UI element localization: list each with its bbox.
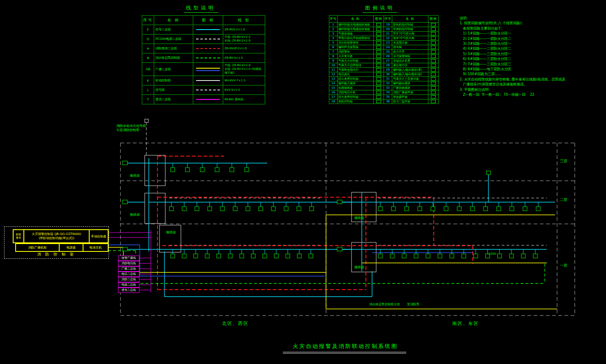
symbol-legend-table: 序号 名 称 图例 序号 名 称 图例 1 编码智能光电感烟探测器 19 [329,15,439,104]
symbol-name: 编码输入/输出模块(单) [392,68,428,72]
line-type: NH-KVV-7×1.5 [223,76,265,85]
symbol-legend: 图例说明 序号 名 称 图例 序号 名 称 图例 1 编码智能光电感烟探测器 [329,3,431,104]
symbol-legend-row: 5 消火栓报警按钮 23 水流指示器 [329,41,439,45]
symbol-glyph-icon [376,46,381,49]
note-line: 3. 平面图标注说明: [460,87,601,92]
symbol-name: 末端试水装置 [392,59,428,63]
broadcast-cabinet: 消防广播机柜 [15,243,60,252]
fire-alarm-controller: 火灾报警控制器 (JB-QG-GST9000) (带联动控制功能(琴台式)) [23,229,90,243]
symbol-glyph-cell [374,81,384,86]
symbol-glyph-cell [374,86,384,90]
symbol-glyph-cell [428,32,439,36]
symbol-seq: 10 [329,63,338,68]
symbol-glyph-icon [431,77,436,81]
pump-note-2: 至消防泵 [407,302,419,306]
symbol-glyph-cell [374,54,384,59]
line-seq: F [142,25,154,35]
symbol-glyph-icon [376,50,381,53]
symbol-glyph-icon [431,100,436,103]
symbol-name: 带电话插孔手动报警按钮 [338,36,374,41]
symbol-glyph-icon [376,55,381,58]
tie-label-5: 电源二总线 [118,282,139,288]
symbol-glyph-cell [428,95,439,99]
symbol-seq: 23 [384,41,392,45]
junction-box-label-r1f: 接线箱 [354,265,364,270]
symbol-seq: 27 [384,59,392,63]
symbol-seq: 4 [329,36,338,41]
symbol-legend-row: 18 风机控制箱 36 防火门监控器 [329,99,439,104]
symbol-seq: 2 [329,27,338,32]
symbol-legend-row: 12 电话插孔 30 编码输入/输出模块(双) [329,72,439,77]
symbol-seq: 29 [384,68,392,72]
symbol-glyph-icon [431,50,436,53]
col-type: 线 型 [223,16,265,25]
symbol-name: 编码输入模块 [338,81,374,86]
symbol-glyph-icon [376,91,381,94]
note-line: 7) 7#回路——三层防火分区三 [460,62,601,67]
manual-control-panel: 手动控制盘 [89,229,109,243]
symbol-seq: 18 [329,99,338,104]
line-legend-title: 线型说明 [184,5,218,13]
line-sample-swatch [196,80,220,81]
line-sample [193,53,223,63]
symbol-seq: 11 [329,68,338,72]
symbol-seq: 20 [384,27,392,32]
symbol-legend-row: 17 防火卷帘控制箱 35 壁挂扬声器 [329,95,439,99]
line-type: KVV-3×1.5 [223,85,265,95]
symbol-glyph-icon [431,55,436,58]
symbol-glyph-cell [374,90,384,95]
symbol-glyph-cell [374,95,384,99]
pump-note-1: 消火栓启泵控制线引自 [369,302,400,306]
symbol-legend-row: 9 气体灭火控制盘 27 末端试水装置 [329,59,439,63]
note-line: 各报警回路主要划分如下: [460,26,601,31]
symbol-seq: 28 [384,63,392,68]
symbol-legend-row: 8 火灾显示盘 26 湿式报警阀组 [329,54,439,59]
tie-label-3: 电话二总线 [118,272,139,277]
symbol-glyph-cell [428,59,439,63]
symbol-name: 编码声光报警器 [338,45,374,50]
line-sample [193,35,223,44]
line-seq: L [142,85,154,95]
line-sample [193,95,223,104]
symbol-seq: 3 [329,32,338,36]
col-glyph-r: 图例 [428,16,439,23]
symbol-glyph-icon [431,23,436,26]
symbol-glyph-icon [376,82,381,85]
symbol-glyph-icon [376,32,381,35]
water-tank-note: 消防水箱水位信号线 引至消防控制室 [116,124,146,132]
symbol-glyph-icon [431,46,436,49]
line-type: RS485 通讯线 [223,95,265,104]
symbol-glyph-cell [428,54,439,59]
cad-canvas: 线型说明 序号 名 称 图 例 线 型 F 信号二总线 [0,0,606,364]
broadcast-bus-lines [108,215,557,309]
symbol-name: 气体灭火启停按钮 [338,63,374,68]
symbol-name: 水流指示器 [392,41,428,45]
line-sample [193,25,223,35]
symbol-glyph-cell [428,90,439,95]
note-line: Z—数—回 节—数—回 ; 70—排烟—回 22 [460,92,601,97]
line-legend-row: K 联动控制线 NH-KVV-7×1.5 [142,76,265,85]
symbol-glyph-icon [431,95,436,99]
symbol-glyph-cell [374,32,384,36]
col-glyph-l: 图例 [374,16,384,23]
power-panel: 电源盘 [59,243,83,252]
junction-box-label-1f: 接线箱 [166,230,176,235]
symbol-glyph-icon [376,68,381,71]
line-name: 信号二总线 [154,25,193,35]
symbol-seq: 9 [329,59,338,63]
junction-box-label-r2f: 接线箱 [354,216,364,220]
line-legend-row: L 信号线 KVV-3×1.5 [142,85,265,95]
line-sample-swatch [196,90,220,90]
symbol-legend-row: 16 消防电话分机 34 消防广播扬声器 [329,90,439,95]
symbol-glyph-icon [431,91,436,94]
symbol-glyph-cell [374,36,384,41]
col-sample: 图 例 [193,16,223,25]
symbol-name: 气体灭火三态显示盘 [392,77,428,81]
line-name: DC24V电源二总线 [154,35,193,44]
symbol-glyph-cell [428,86,439,90]
symbol-legend-row: 1 编码智能光电感烟探测器 19 新风机组控制箱 [329,23,439,27]
phone-main-unit: 电话主机 [83,243,109,252]
line-sample-swatch [196,48,220,49]
col-seq: 序号 [142,16,154,25]
line-legend-row: T 通信二总线 RS485 通讯线 [142,95,265,104]
